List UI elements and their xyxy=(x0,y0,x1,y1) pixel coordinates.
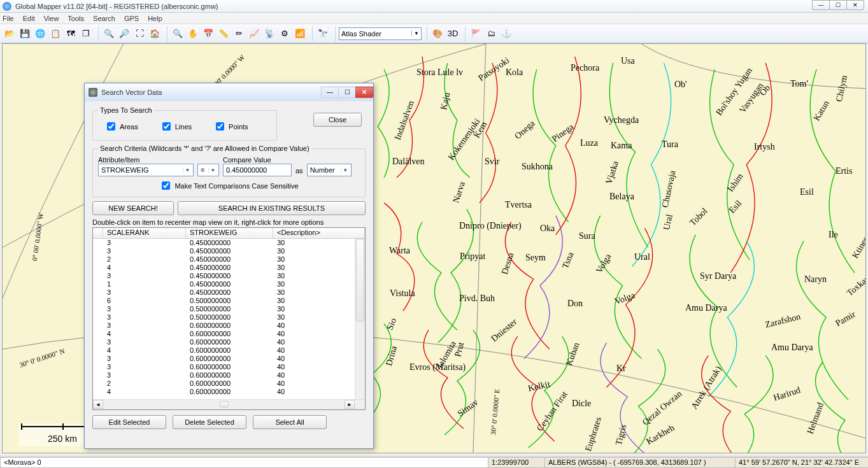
table-row[interactable]: 30.60000000040 xyxy=(93,363,355,371)
vertical-scrollbar[interactable] xyxy=(355,239,365,399)
menu-search[interactable]: Search xyxy=(93,15,115,22)
zoom-in-icon[interactable]: 🔍 xyxy=(102,27,116,41)
dialog-close-button[interactable]: ✕ xyxy=(355,87,373,98)
zoom-out-icon[interactable]: 🔎 xyxy=(117,27,131,41)
points-checkbox[interactable]: Points xyxy=(213,120,248,132)
as-dropdown[interactable]: Number▼ xyxy=(307,164,352,176)
edit-selected-button[interactable]: Edit Selected xyxy=(92,415,166,429)
table-row[interactable]: 30.50000000030 xyxy=(93,305,355,313)
table-row[interactable]: 30.45000000030 xyxy=(93,247,355,255)
shader-dropdown[interactable]: Atlas Shader ▼ xyxy=(339,27,422,40)
open-icon[interactable]: 📂 xyxy=(3,27,17,41)
lines-checkbox[interactable]: Lines xyxy=(160,120,192,132)
table-row[interactable]: 30.60000000040 xyxy=(93,355,355,363)
zoom-box-icon[interactable]: ⛶ xyxy=(132,27,146,41)
select-all-button[interactable]: Select All xyxy=(253,415,327,429)
find-icon[interactable]: 🔭 xyxy=(316,27,330,41)
status-coords: 41° 59' 57.2670" N, 21° 32' 42.7324" E xyxy=(735,457,868,468)
menu-edit[interactable]: Edit xyxy=(23,15,35,22)
map-label: Belaya xyxy=(609,192,634,202)
results-table[interactable]: SCALERANK STROKEWEIG <Description> 30.45… xyxy=(92,227,366,410)
table-row[interactable]: 30.45000000030 xyxy=(93,239,355,247)
menu-gps[interactable]: GPS xyxy=(124,15,139,22)
map-label: Evros (Maritsa) xyxy=(409,362,466,372)
table-row[interactable]: 40.60000000040 xyxy=(93,330,355,338)
status-projection: ALBERS (WGS84) - ( -695769.308, 4313689.… xyxy=(544,457,736,468)
as-label: as xyxy=(295,167,303,176)
dialog-maximize-button[interactable]: ☐ xyxy=(338,87,356,98)
attribute-dropdown[interactable]: STROKEWEIG▼ xyxy=(98,164,194,176)
close-button[interactable]: Close xyxy=(313,113,362,127)
compare-value-input[interactable]: 0.450000000 xyxy=(223,164,292,176)
map-label: Usa xyxy=(621,56,635,66)
3d-icon[interactable]: 3D xyxy=(446,27,460,41)
table-row[interactable]: 30.50000000030 xyxy=(93,313,355,322)
dialog-minimize-button[interactable]: — xyxy=(321,87,339,98)
table-row[interactable]: 40.45000000030 xyxy=(93,264,355,272)
areas-checkbox[interactable]: Areas xyxy=(104,120,138,132)
operator-dropdown[interactable]: =▼ xyxy=(197,164,219,176)
dialog-titlebar[interactable]: Search Vector Data — ☐ ✕ xyxy=(85,83,373,101)
tower-icon[interactable]: ⚙ xyxy=(278,27,292,41)
table-header[interactable]: SCALERANK STROKEWEIG <Description> xyxy=(93,228,365,239)
anchor-icon[interactable]: ⚓ xyxy=(499,27,513,41)
table-row[interactable]: 30.60000000040 xyxy=(93,338,355,346)
table-row[interactable]: 10.45000000030 xyxy=(93,280,355,288)
table-row[interactable]: 30.60000000040 xyxy=(93,322,355,330)
app-icon xyxy=(3,2,11,11)
extent-icon[interactable]: 🗂 xyxy=(484,27,498,41)
table-row[interactable]: 20.45000000030 xyxy=(93,255,355,264)
menu-help[interactable]: Help xyxy=(148,15,162,22)
map-label: Luza xyxy=(580,138,598,148)
table-row[interactable]: 20.60000000040 xyxy=(93,379,355,388)
date-icon[interactable]: 📅 xyxy=(201,27,215,41)
menubar: FileEditViewToolsSearchGPSHelp xyxy=(0,13,868,24)
map-label: Stora Lule lv xyxy=(416,67,463,78)
table-row[interactable]: 30.45000000030 xyxy=(93,288,355,297)
globe-icon[interactable]: 🌐 xyxy=(33,27,47,41)
map-label: Dicle xyxy=(572,399,591,409)
results-tip: Double-click on item to recenter map vie… xyxy=(92,218,366,226)
path-icon[interactable]: ✏ xyxy=(232,27,246,41)
menu-file[interactable]: File xyxy=(3,15,14,22)
save-icon[interactable]: 💾 xyxy=(18,27,32,41)
layers-icon[interactable]: ❐ xyxy=(79,27,93,41)
col-strokeweig[interactable]: STROKEWEIG xyxy=(186,228,273,238)
flag-icon[interactable]: 🚩 xyxy=(469,27,483,41)
menu-view[interactable]: View xyxy=(44,15,59,22)
map-label: Irtysh xyxy=(754,142,775,152)
shed-icon[interactable]: 📡 xyxy=(262,27,276,41)
map-label: Syr Darya xyxy=(700,271,736,281)
antenna-icon[interactable]: 📶 xyxy=(293,27,307,41)
table-row[interactable]: 30.60000000040 xyxy=(93,371,355,379)
table-row[interactable]: 30.45000000030 xyxy=(93,272,355,280)
los-icon[interactable]: 📈 xyxy=(247,27,261,41)
col-description[interactable]: <Description> xyxy=(273,228,365,238)
window-maximize-button[interactable]: ☐ xyxy=(829,0,847,10)
table-row[interactable]: 40.60000000040 xyxy=(93,346,355,355)
attribute-label: Attribute/Item xyxy=(98,156,194,164)
horizontal-scrollbar[interactable]: ◄► xyxy=(93,399,365,409)
pan-icon[interactable]: ✋ xyxy=(186,27,200,41)
new-search-button[interactable]: NEW SEARCH! xyxy=(92,201,174,215)
dialog-title: Search Vector Data xyxy=(101,89,321,96)
map-label: Warta xyxy=(389,246,410,256)
search-existing-button[interactable]: SEARCH IN EXISTING RESULTS xyxy=(178,201,366,215)
table-row[interactable]: 40.60000000040 xyxy=(93,388,355,396)
case-sensitive-checkbox[interactable]: Make Text Comparisons Case Sensitive xyxy=(159,180,298,192)
map-label: Kola xyxy=(506,67,523,78)
col-scalerank[interactable]: SCALERANK xyxy=(103,228,186,238)
delete-selected-button[interactable]: Delete Selected xyxy=(173,415,246,429)
menu-tools[interactable]: Tools xyxy=(68,15,84,22)
map-label: Kama xyxy=(611,141,632,151)
status-left: <Morava> 0 xyxy=(0,457,488,468)
window-minimize-button[interactable]: — xyxy=(812,0,830,10)
measure-icon[interactable]: 📏 xyxy=(217,27,231,41)
config-icon[interactable]: 📋 xyxy=(48,27,62,41)
zoom-tool-icon[interactable]: 🔍 xyxy=(171,27,185,41)
table-row[interactable]: 60.50000000030 xyxy=(93,297,355,305)
shader-btn-icon[interactable]: 🎨 xyxy=(430,27,445,41)
grid-icon[interactable]: 🗺 xyxy=(64,27,78,41)
home-icon[interactable]: 🏠 xyxy=(148,27,162,41)
window-close-button[interactable]: ✕ xyxy=(846,0,864,10)
